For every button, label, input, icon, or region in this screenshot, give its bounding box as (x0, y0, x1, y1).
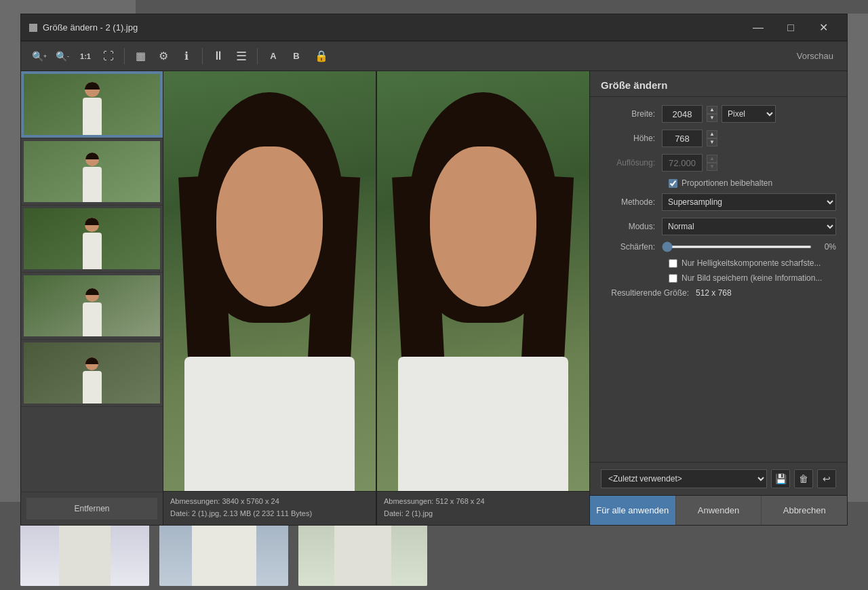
preview-images: Abmessungen: 3840 x 5760 x 24 Datei: 2 (… (163, 71, 589, 525)
resolution-input-wrap: ▲ ▼ (662, 154, 836, 172)
portrait-right (377, 71, 589, 491)
dialog-title: Größe ändern - 2 (1).jpg (43, 22, 743, 33)
zoom-fit-button[interactable]: ⛶ (98, 46, 119, 66)
zoom-out-button[interactable]: 🔍- (52, 46, 73, 66)
thumbnail-strip: Entfernen (21, 71, 163, 525)
label-b-button[interactable]: B (286, 46, 307, 66)
cancel-button[interactable]: Abbrechen (761, 496, 847, 525)
width-down-button[interactable]: ▼ (707, 114, 717, 122)
height-row: Höhe: ▲ ▼ (601, 130, 836, 147)
preview-panel-left: Abmessungen: 3840 x 5760 x 24 Datei: 2 (… (163, 71, 376, 525)
height-spinner: ▲ ▼ (707, 130, 717, 146)
width-label: Breite: (601, 109, 662, 119)
info-button[interactable]: ℹ (176, 46, 197, 66)
split-vert-button[interactable]: ⏸ (208, 46, 229, 66)
thumbnail-image-3 (24, 208, 160, 269)
thumbnail-item-4[interactable] (21, 273, 163, 340)
unit-select[interactable]: Pixel Prozent cm mm Inch (722, 105, 776, 123)
width-input[interactable] (662, 105, 703, 123)
maximize-button[interactable]: □ (775, 17, 806, 39)
apply-button[interactable]: Anwenden (675, 496, 762, 525)
minimize-button[interactable]: — (743, 17, 774, 39)
only-save-checkbox[interactable] (669, 274, 677, 283)
method-select[interactable]: Supersampling Lanczos Bikubisch Bilinear (662, 193, 836, 211)
height-label: Höhe: (601, 134, 662, 143)
height-down-button[interactable]: ▼ (707, 138, 717, 146)
window-controls: — □ ✕ (743, 17, 839, 39)
proportions-label[interactable]: Proportionen beibehalten (682, 178, 772, 188)
zoom-in-button[interactable]: 🔍+ (29, 46, 50, 66)
sharpen-value: 0% (817, 242, 836, 252)
thumbnail-image-2 (24, 141, 160, 202)
preview-panel-right: Abmessungen: 512 x 768 x 24 Datei: 2 (1)… (377, 71, 589, 525)
luminosity-checkbox[interactable] (669, 259, 677, 268)
height-up-button[interactable]: ▲ (707, 130, 717, 138)
only-save-row: Nur Bild speichern (keine Information... (601, 273, 836, 283)
proportions-row: Proportionen beibehalten (601, 178, 836, 188)
sharpen-slider[interactable] (662, 245, 812, 248)
remove-button[interactable]: Entfernen (26, 498, 157, 519)
toolbar-separator-3 (257, 48, 258, 64)
left-dimensions: Abmessungen: 3840 x 5760 x 24 (170, 496, 369, 508)
preset-bar: <Zuletzt verwendet> 💾 🗑 ↩ (590, 462, 847, 495)
toolbar-separator-1 (124, 48, 125, 64)
width-spinner: ▲ ▼ (707, 106, 717, 122)
preview-info-left: Abmessungen: 3840 x 5760 x 24 Datei: 2 (… (163, 491, 376, 525)
left-file-info: Datei: 2 (1).jpg, 2.13 MB (2 232 111 Byt… (170, 508, 369, 520)
preview-info-right: Abmessungen: 512 x 768 x 24 Datei: 2 (1)… (377, 491, 589, 525)
thumbnail-item-1[interactable] (21, 71, 163, 138)
lock-icon: 🔒 (315, 50, 328, 62)
mode-input-wrap: Normal Schärfer Weicher (662, 218, 836, 235)
luminosity-label[interactable]: Nur Helligkeitskomponente scharfste... (682, 258, 821, 268)
histogram-button[interactable]: ▦ (130, 46, 151, 66)
proportions-checkbox[interactable] (669, 179, 677, 188)
mode-label: Modus: (601, 222, 662, 231)
method-row: Methode: Supersampling Lanczos Bikubisch… (601, 193, 836, 211)
right-dimensions: Abmessungen: 512 x 768 x 24 (384, 496, 583, 508)
only-save-label[interactable]: Nur Bild speichern (keine Information... (682, 273, 822, 283)
resize-dialog: Größe ändern - 2 (1).jpg — □ ✕ 🔍+ 🔍- 1:1… (20, 14, 848, 526)
thumbnail-item-5[interactable] (21, 340, 163, 407)
label-a-button[interactable]: A (263, 46, 283, 66)
preview-area: Abmessungen: 3840 x 5760 x 24 Datei: 2 (… (163, 71, 589, 525)
preview-button[interactable]: Vorschau (791, 48, 839, 64)
resolution-up-button: ▲ (707, 155, 717, 163)
width-input-wrap: ▲ ▼ Pixel Prozent cm mm Inch (662, 105, 836, 123)
delete-preset-button[interactable]: 🗑 (794, 469, 813, 488)
thumbnail-image-5 (24, 342, 160, 404)
apply-all-button[interactable]: Für alle anwenden (590, 496, 675, 525)
result-label: Resultierende Größe: (601, 288, 696, 298)
resolution-label: Auflösung: (601, 158, 662, 168)
width-up-button[interactable]: ▲ (707, 106, 717, 114)
height-input[interactable] (662, 130, 703, 147)
settings-area: Breite: ▲ ▼ Pixel Prozent cm mm Inch (590, 97, 847, 462)
dialog-icon (29, 24, 37, 32)
thumbnail-image-1 (24, 74, 160, 135)
right-panel: Größe ändern Breite: ▲ ▼ Pixel Prozent (589, 71, 847, 525)
preset-select[interactable]: <Zuletzt verwendet> (601, 469, 767, 488)
settings-button[interactable]: ⚙ (153, 46, 174, 66)
sharpen-row: Schärfen: 0% (601, 242, 836, 252)
portrait-left (163, 71, 376, 491)
result-row: Resultierende Größe: 512 x 768 (601, 288, 836, 298)
panel-title: Größe ändern (590, 71, 847, 97)
save-preset-button[interactable]: 💾 (771, 469, 790, 488)
mode-select[interactable]: Normal Schärfer Weicher (662, 218, 836, 235)
mode-row: Modus: Normal Schärfer Weicher (601, 218, 836, 235)
zoom-1-1-button[interactable]: 1:1 (75, 46, 96, 66)
undo-button[interactable]: ↩ (817, 469, 836, 488)
thumbnail-strip-footer: Entfernen (21, 492, 163, 525)
close-button[interactable]: ✕ (808, 17, 839, 39)
thumbnail-image-4 (24, 275, 160, 336)
resolution-down-button: ▼ (707, 163, 717, 171)
method-label: Methode: (601, 197, 662, 207)
result-value: 512 x 768 (696, 288, 732, 298)
method-input-wrap: Supersampling Lanczos Bikubisch Bilinear (662, 193, 836, 211)
height-input-wrap: ▲ ▼ (662, 130, 836, 147)
preview-image-right (377, 71, 589, 491)
resolution-row: Auflösung: ▲ ▼ (601, 154, 836, 172)
title-bar: Größe ändern - 2 (1).jpg — □ ✕ (21, 14, 847, 41)
split-horiz-button[interactable]: ☰ (231, 46, 252, 66)
thumbnail-item-2[interactable] (21, 138, 163, 205)
thumbnail-item-3[interactable] (21, 205, 163, 273)
